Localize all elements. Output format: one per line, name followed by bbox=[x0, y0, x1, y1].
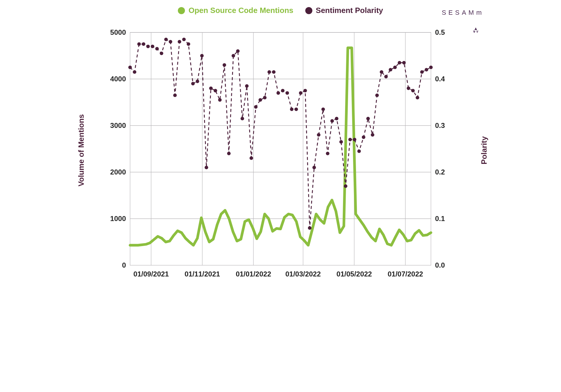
polarity-point bbox=[380, 70, 383, 74]
polarity-point bbox=[155, 47, 159, 50]
polarity-point bbox=[164, 38, 168, 41]
polarity-point bbox=[393, 66, 397, 69]
polarity-point bbox=[254, 105, 257, 109]
polarity-point bbox=[209, 87, 213, 90]
polarity-point bbox=[133, 70, 136, 74]
polarity-point bbox=[160, 52, 163, 55]
polarity-point bbox=[205, 166, 208, 169]
polarity-point bbox=[223, 63, 226, 67]
polarity-point bbox=[173, 93, 177, 97]
polarity-point bbox=[321, 108, 325, 111]
polarity-point bbox=[362, 136, 365, 139]
svg-rect-11 bbox=[130, 32, 431, 265]
polarity-point bbox=[245, 84, 249, 88]
polarity-point bbox=[191, 82, 195, 85]
y-right-tick-label: 0.1 bbox=[435, 215, 445, 223]
legend-label-mentions: Open Source Code Mentions bbox=[188, 6, 293, 15]
legend-label-polarity: Sentiment Polarity bbox=[316, 6, 383, 15]
chart-legend: Open Source Code Mentions Sentiment Pola… bbox=[74, 6, 487, 15]
polarity-point bbox=[429, 66, 433, 69]
polarity-point bbox=[389, 68, 392, 71]
x-tick-label: 01/07/2022 bbox=[388, 270, 423, 278]
legend-item-polarity: Sentiment Polarity bbox=[305, 6, 383, 15]
legend-item-mentions: Open Source Code Mentions bbox=[178, 6, 293, 15]
polarity-point bbox=[420, 70, 424, 74]
polarity-point bbox=[151, 45, 154, 48]
y-left-tick-label: 3000 bbox=[110, 121, 126, 129]
polarity-point bbox=[425, 68, 428, 71]
polarity-point bbox=[178, 40, 181, 44]
polarity-point bbox=[196, 80, 199, 83]
polarity-point bbox=[294, 108, 298, 111]
polarity-point bbox=[371, 133, 374, 137]
y-left-tick-label: 2000 bbox=[110, 168, 126, 176]
legend-dot-polarity bbox=[305, 7, 312, 14]
polarity-point bbox=[312, 166, 316, 169]
polarity-point bbox=[258, 98, 262, 102]
brand-text: SESAMm bbox=[442, 9, 484, 17]
polarity-point bbox=[335, 117, 338, 120]
polarity-point bbox=[182, 38, 186, 41]
brand-icon bbox=[471, 27, 480, 35]
polarity-point bbox=[146, 45, 150, 48]
polarity-point bbox=[398, 61, 401, 65]
chart-plot: 01/09/202101/11/202101/01/202201/03/2022… bbox=[104, 24, 457, 289]
polarity-point bbox=[411, 89, 415, 93]
polarity-point bbox=[128, 66, 132, 69]
polarity-point bbox=[214, 89, 217, 93]
polarity-point bbox=[375, 93, 379, 97]
y-axis-right-label: Polarity bbox=[480, 136, 489, 164]
series-polarity-line bbox=[130, 39, 431, 228]
y-right-tick-label: 0.5 bbox=[435, 28, 445, 36]
polarity-point bbox=[218, 98, 222, 102]
polarity-point bbox=[232, 54, 235, 57]
polarity-point bbox=[299, 91, 303, 95]
x-tick-label: 01/09/2021 bbox=[133, 270, 169, 278]
polarity-point bbox=[272, 70, 275, 74]
polarity-point bbox=[137, 42, 141, 46]
y-right-tick-label: 0.0 bbox=[435, 261, 445, 269]
polarity-point bbox=[304, 89, 307, 93]
polarity-point bbox=[142, 42, 145, 46]
polarity-point bbox=[317, 133, 320, 137]
polarity-point bbox=[353, 138, 356, 141]
polarity-point bbox=[384, 75, 388, 78]
polarity-point bbox=[407, 87, 410, 90]
polarity-point bbox=[276, 91, 280, 95]
y-right-tick-label: 0.2 bbox=[435, 168, 445, 176]
x-tick-label: 01/03/2022 bbox=[285, 270, 321, 278]
x-tick-label: 01/05/2022 bbox=[337, 270, 372, 278]
polarity-point bbox=[357, 149, 361, 153]
polarity-point bbox=[236, 49, 240, 53]
polarity-point bbox=[348, 138, 352, 141]
y-left-tick-label: 5000 bbox=[110, 28, 126, 36]
polarity-point bbox=[227, 152, 231, 155]
y-right-tick-label: 0.4 bbox=[435, 75, 445, 83]
y-left-tick-label: 4000 bbox=[110, 75, 126, 83]
y-right-tick-label: 0.3 bbox=[435, 121, 445, 129]
legend-dot-mentions bbox=[178, 7, 185, 14]
polarity-point bbox=[187, 42, 190, 46]
polarity-point bbox=[250, 157, 253, 160]
polarity-point bbox=[366, 117, 370, 120]
polarity-point bbox=[339, 140, 343, 144]
polarity-point bbox=[286, 91, 289, 95]
polarity-point bbox=[308, 226, 311, 230]
polarity-point bbox=[241, 117, 244, 120]
polarity-point bbox=[169, 40, 172, 44]
y-left-tick-label: 1000 bbox=[110, 215, 126, 223]
polarity-point bbox=[326, 152, 329, 155]
brand-logo: SESAMm bbox=[442, 9, 484, 17]
polarity-point bbox=[330, 119, 334, 123]
x-tick-label: 01/11/2021 bbox=[185, 270, 220, 278]
y-left-tick-label: 0 bbox=[122, 261, 126, 269]
polarity-point bbox=[200, 54, 204, 57]
polarity-point bbox=[344, 184, 347, 188]
polarity-point bbox=[416, 96, 419, 99]
polarity-point bbox=[290, 108, 293, 111]
polarity-point bbox=[402, 61, 406, 65]
polarity-point bbox=[268, 70, 271, 74]
polarity-point bbox=[281, 89, 285, 93]
y-axis-left-label: Volume of Mentions bbox=[77, 114, 86, 186]
x-tick-label: 01/01/2022 bbox=[236, 270, 271, 278]
